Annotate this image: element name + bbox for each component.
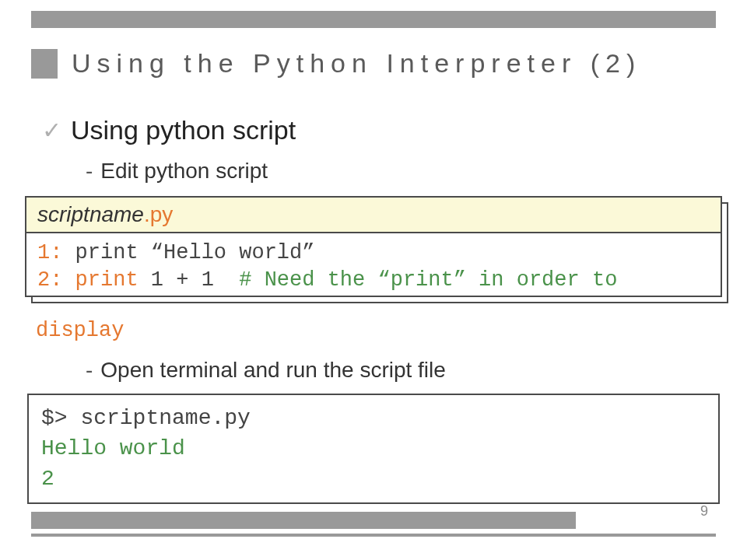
print-keyword: print <box>62 268 138 292</box>
line-number-2: 2: <box>37 268 62 292</box>
bullet-level2-edit: -Edit python script <box>86 159 268 184</box>
file-header: scriptname.py <box>26 198 721 233</box>
bullet-level2-run: -Open terminal and run the script file <box>86 358 446 383</box>
terminal-box: $> scriptname.py Hello world 2 <box>27 394 720 504</box>
bullet1-text: Using python script <box>71 115 296 145</box>
page-number: 9 <box>700 503 708 520</box>
dash-icon: - <box>86 358 93 382</box>
slide-title: Using the Python Interpreter (2) <box>72 48 641 79</box>
bottom-decor-line <box>31 534 716 537</box>
code-overflow-word: display <box>36 319 124 342</box>
top-decor-bar <box>31 11 716 28</box>
title-accent-block <box>31 49 58 79</box>
code-comment: # Need the “print” in order to <box>239 268 617 292</box>
bottom-decor-bar <box>31 512 576 529</box>
bullet2b-text: Open terminal and run the script file <box>100 358 446 382</box>
file-basename: scriptname <box>37 202 144 226</box>
terminal-output-line1: Hello world <box>41 433 706 464</box>
line-number-1: 1: <box>37 241 62 264</box>
file-extension: .py <box>144 202 173 226</box>
code-line2-expr: 1 + 1 <box>139 268 240 292</box>
terminal-output-line2: 2 <box>41 464 706 494</box>
code-file-box: scriptname.py 1: print “Hello world” 2: … <box>25 196 722 297</box>
file-body: 1: print “Hello world” 2: print 1 + 1 # … <box>26 233 721 296</box>
dash-icon: - <box>86 159 93 183</box>
bullet2a-text: Edit python script <box>100 159 268 183</box>
bullet-level1: ✓ Using python script <box>42 115 296 145</box>
code-line1: print “Hello world” <box>62 241 314 264</box>
terminal-command: $> scriptname.py <box>41 403 706 433</box>
checkmark-icon: ✓ <box>42 119 61 142</box>
title-row: Using the Python Interpreter (2) <box>31 48 716 79</box>
